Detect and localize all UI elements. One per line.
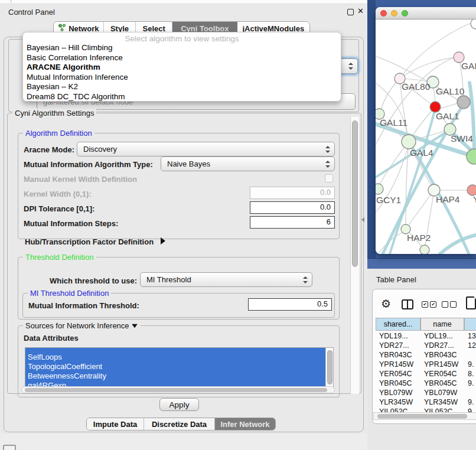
network-edge[interactable] <box>380 142 409 184</box>
network-edge-thick[interactable] <box>440 235 476 254</box>
table-cell: YBL079W <box>379 389 412 397</box>
node-label-gal1: GAL1 <box>436 111 459 121</box>
tab-infer-network[interactable]: Infer Network <box>215 418 275 430</box>
network-edge[interactable] <box>441 103 457 108</box>
dropdown-item[interactable]: Bayesian – Hill Climbing <box>23 43 341 53</box>
table-row[interactable]: YDL19...YDL19...13 <box>373 331 476 341</box>
mi-threshold-field[interactable]: 0.5 <box>248 298 332 311</box>
node-label-swi4: SWI4 <box>451 133 473 144</box>
settings-scrollbar-thumb[interactable] <box>352 120 358 267</box>
close-window-icon[interactable] <box>380 10 387 17</box>
dropdown-item[interactable]: Mutual Information Inference <box>23 73 341 83</box>
attributes-hscrollbar[interactable] <box>21 386 335 393</box>
network-node-big-green[interactable] <box>467 149 476 164</box>
table-cell: YLR345W <box>424 398 458 406</box>
zoom-window-icon[interactable] <box>402 10 408 17</box>
control-panel-titlebar: Control Panel ✕ <box>0 5 367 19</box>
stepper-icon <box>348 63 353 70</box>
table-cell: 9. <box>468 379 474 387</box>
network-canvas[interactable]: GALGAL80GAL10GAL1GAL11SWI4GAL4GCY1HAP4YH… <box>376 19 476 254</box>
tab-discretize-data[interactable]: Discretize Data <box>144 418 215 430</box>
column-header-a[interactable]: A <box>464 318 476 331</box>
table-hscrollbar[interactable] <box>373 412 476 420</box>
table-row[interactable]: YBR045CYBR045C9. <box>373 379 476 388</box>
attribute-item[interactable]: BetweennessCentrality <box>25 371 326 381</box>
dropdown-item[interactable]: ARACNE Algorithm <box>23 63 341 73</box>
table-cell: YDR27... <box>379 341 409 350</box>
select-all-checkboxes-icon[interactable]: ✔ <box>430 301 436 308</box>
which-threshold-combo[interactable]: MI Threshold <box>140 272 312 287</box>
table-cell: YPR145W <box>424 360 458 369</box>
close-icon[interactable]: ✕ <box>357 6 364 15</box>
table-row[interactable]: YBR043CYBR043C <box>373 350 476 360</box>
network-node-gal4[interactable] <box>402 135 416 149</box>
mi-threshold-label: Mutual Information Threshold: <box>28 301 139 310</box>
algorithm-definition-title: Algorithm Definition <box>23 129 94 138</box>
manual-kernel-checkbox[interactable] <box>325 174 333 182</box>
table-row[interactable]: YBL079WYBL079W <box>373 388 476 397</box>
attributes-scrollbar-thumb[interactable] <box>327 350 332 384</box>
collapse-arrow-icon[interactable] <box>132 324 138 328</box>
table-row[interactable]: YLR345WYLR345W9. <box>373 397 476 407</box>
settings-scrollbar[interactable] <box>350 117 359 394</box>
table-cell: YDL19... <box>424 332 453 340</box>
algorithm-dropdown: Select algorithm to view settings Bayesi… <box>22 32 341 102</box>
apply-button[interactable]: Apply <box>159 398 199 411</box>
attribute-item[interactable]: TopologicalCoefficient <box>25 362 326 371</box>
network-node-gray[interactable] <box>457 96 470 109</box>
export-table-icon[interactable] <box>466 296 476 309</box>
minimize-window-icon[interactable] <box>391 10 397 17</box>
attributes-hscrollbar-thumb[interactable] <box>25 388 327 392</box>
mi-algorithm-type-value: Naive Bayes <box>167 159 210 168</box>
network-node-gcy1[interactable] <box>376 184 383 194</box>
select-all-checkboxes-icon[interactable]: ✔ <box>422 301 428 308</box>
top-strip <box>0 0 367 4</box>
table-cell: YDL19... <box>379 332 408 340</box>
network-window-titlebar[interactable] <box>376 7 476 19</box>
table-hscrollbar-thumb[interactable] <box>377 414 467 419</box>
deselect-all-checkboxes-icon[interactable] <box>442 301 448 308</box>
table-cell: YBR045C <box>424 379 457 387</box>
table-cell: YIL052C <box>424 407 453 412</box>
stepper-icon <box>325 146 330 153</box>
float-panel-icon[interactable] <box>347 9 354 15</box>
list-item-partial[interactable] <box>25 348 326 353</box>
node-label-hap2: HAP2 <box>407 233 431 243</box>
attribute-item[interactable]: SelfLoops <box>25 353 326 362</box>
table-row[interactable]: YER054CYER054C8. <box>373 369 476 379</box>
data-attributes-label: Data Attributes <box>24 334 79 343</box>
screen: Control Panel ✕ NetworkStyleSelectCyni T… <box>0 0 476 450</box>
gear-icon[interactable]: ⚙ <box>381 297 391 310</box>
column-header-name[interactable]: name <box>420 318 464 331</box>
expand-arrow-icon[interactable] <box>161 237 165 244</box>
mi-algorithm-type-combo[interactable]: Naive Bayes <box>161 156 335 171</box>
table-row[interactable]: YDR27...YDR27...12 <box>373 341 476 350</box>
table-cell: YIL052C <box>379 407 408 412</box>
dpi-tolerance-label: DPI Tolerance [0,1]: <box>24 204 94 213</box>
network-node-top-partial[interactable] <box>471 19 476 29</box>
column-selector-icon[interactable] <box>402 299 413 309</box>
settings-group-title: Cyni Algorithm Settings <box>12 109 96 118</box>
splitpane-collapse-icon[interactable] <box>361 217 364 222</box>
dock-grip-icon[interactable] <box>3 445 16 450</box>
mi-steps-label: Mutual Information Steps: <box>24 219 118 228</box>
table-cell: YBR043C <box>379 351 412 359</box>
network-edge[interactable] <box>406 142 409 224</box>
table-row[interactable]: YPR145WYPR145W9. <box>373 360 476 369</box>
aracne-mode-label: Aracne Mode: <box>24 145 74 154</box>
dropdown-item[interactable]: Basic Correlation Inference <box>23 53 341 63</box>
which-threshold-label: Which threshold to use: <box>50 276 137 285</box>
dropdown-item[interactable]: Dream8 DC_TDC Algorithm <box>23 92 341 102</box>
kernel-width-field[interactable]: 0.0 <box>250 187 335 199</box>
attributes-list-scrollbar[interactable] <box>325 348 333 389</box>
dpi-tolerance-field[interactable]: 0.0 <box>250 201 335 214</box>
mi-steps-field[interactable]: 6 <box>250 216 335 229</box>
table-row[interactable]: YIL052CYIL052C9 <box>373 407 476 412</box>
deselect-all-checkboxes-icon[interactable] <box>450 301 457 308</box>
tab-impute-data[interactable]: Impute Data <box>87 418 144 430</box>
aracne-mode-combo[interactable]: Discovery <box>77 142 335 156</box>
column-header-shared[interactable]: shared... <box>376 318 420 331</box>
node-label-gal80: GAL80 <box>402 81 431 92</box>
network-node-bottom-partial[interactable] <box>420 245 429 254</box>
dropdown-item[interactable]: Bayesian – K2 <box>23 82 341 92</box>
